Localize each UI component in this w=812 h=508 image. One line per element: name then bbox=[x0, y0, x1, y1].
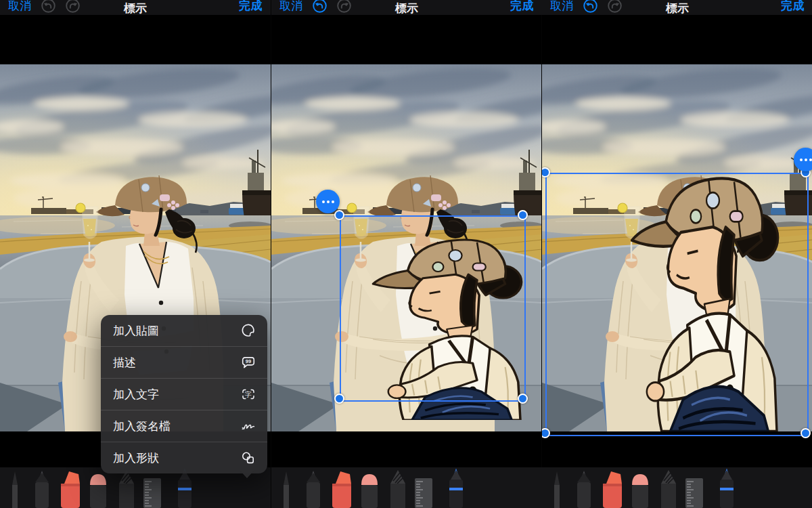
undo-icon[interactable] bbox=[41, 0, 56, 14]
pen-technical[interactable] bbox=[577, 471, 591, 508]
signature-icon bbox=[240, 418, 256, 434]
sticker-options-button[interactable] bbox=[316, 190, 340, 213]
done-button[interactable]: 完成 bbox=[239, 0, 263, 14]
menu-item-caption[interactable]: 描述 99 bbox=[101, 346, 267, 378]
pen-toolbar: + 50 bbox=[271, 467, 542, 508]
marker-round-tip[interactable] bbox=[90, 474, 106, 508]
sticker-options-button[interactable] bbox=[794, 148, 812, 171]
pen-fountain-selected[interactable] bbox=[720, 469, 734, 508]
undo-icon[interactable] bbox=[312, 0, 328, 14]
markup-triptych: 取消 完成 標示 加入貼圖 描述 99 bbox=[0, 0, 812, 508]
redo-icon[interactable] bbox=[65, 0, 81, 14]
selection-handle-bottom-right[interactable] bbox=[518, 394, 528, 404]
menu-item-add-text[interactable]: 加入文字 字 bbox=[101, 378, 267, 410]
nav-bar: 取消 完成 標示 bbox=[0, 0, 271, 15]
pencil[interactable] bbox=[390, 470, 405, 508]
pen-technical[interactable] bbox=[307, 471, 320, 508]
ruler[interactable] bbox=[415, 478, 432, 508]
cancel-button[interactable]: 取消 bbox=[550, 0, 574, 14]
menu-item-add-sticker[interactable]: 加入貼圖 bbox=[101, 315, 267, 346]
marker-red[interactable] bbox=[603, 471, 622, 508]
marker-red[interactable] bbox=[61, 471, 80, 508]
pen-toolbar: + 50 bbox=[0, 467, 271, 508]
redo-icon[interactable] bbox=[336, 0, 352, 14]
markup-screen-sticker-small: 取消 完成 標示 bbox=[271, 0, 542, 508]
ruler[interactable] bbox=[685, 478, 703, 508]
svg-text:99: 99 bbox=[246, 358, 251, 364]
pencil[interactable] bbox=[661, 470, 676, 508]
svg-text:字: 字 bbox=[245, 391, 252, 398]
pen-toolbar: + 50 bbox=[542, 467, 812, 508]
done-button[interactable]: 完成 bbox=[781, 0, 805, 14]
pen-fountain-selected[interactable] bbox=[178, 469, 191, 508]
selection-handle-top-left[interactable] bbox=[334, 210, 344, 220]
menu-item-add-signature[interactable]: 加入簽名檔 bbox=[101, 410, 267, 442]
pen-fineliner[interactable] bbox=[554, 471, 560, 508]
add-annotation-menu: 加入貼圖 描述 99 加入文字 字 加入簽名檔 bbox=[101, 315, 267, 473]
pen-fineliner[interactable] bbox=[12, 471, 18, 508]
cancel-button[interactable]: 取消 bbox=[279, 0, 303, 14]
caption-bubble-icon: 99 bbox=[240, 354, 256, 371]
pen-tools bbox=[271, 467, 542, 508]
shapes-icon bbox=[240, 450, 256, 466]
markup-screen-sticker-large: 取消 完成 標示 bbox=[541, 0, 812, 508]
pen-fountain-selected[interactable] bbox=[449, 469, 463, 508]
page-title: 標示 bbox=[666, 1, 689, 15]
marker-red[interactable] bbox=[332, 471, 351, 508]
done-button[interactable]: 完成 bbox=[510, 0, 534, 14]
menu-popover-tail bbox=[240, 470, 254, 478]
selection-handle-top-right[interactable] bbox=[518, 210, 528, 220]
page-title: 標示 bbox=[124, 1, 147, 15]
selection-handle-bottom-right[interactable] bbox=[800, 428, 811, 438]
markup-screen-menu: 取消 完成 標示 加入貼圖 描述 99 bbox=[0, 0, 271, 508]
sticker-selection-box[interactable] bbox=[340, 215, 526, 402]
pencil[interactable] bbox=[119, 470, 134, 508]
cancel-button[interactable]: 取消 bbox=[8, 0, 32, 14]
redo-icon[interactable] bbox=[607, 0, 623, 14]
marker-round-tip[interactable] bbox=[361, 474, 378, 508]
menu-item-add-shape[interactable]: 加入形狀 bbox=[101, 442, 267, 473]
pen-technical[interactable] bbox=[35, 471, 49, 508]
page-title: 標示 bbox=[395, 1, 418, 15]
sticker-selection-box[interactable] bbox=[545, 173, 809, 436]
marker-round-tip[interactable] bbox=[632, 474, 648, 508]
nav-bar: 取消 完成 標示 bbox=[542, 0, 812, 15]
ruler[interactable] bbox=[143, 478, 161, 508]
selection-handle-bottom-left[interactable] bbox=[334, 394, 344, 404]
nav-bar: 取消 完成 標示 bbox=[271, 0, 542, 15]
pen-tools bbox=[542, 467, 812, 508]
sticker-icon bbox=[240, 322, 256, 339]
undo-icon[interactable] bbox=[583, 0, 598, 14]
text-frame-icon: 字 bbox=[240, 386, 256, 402]
selection-handle-bottom-left[interactable] bbox=[541, 428, 550, 438]
pen-tools bbox=[0, 467, 271, 508]
pen-fineliner[interactable] bbox=[284, 471, 289, 508]
